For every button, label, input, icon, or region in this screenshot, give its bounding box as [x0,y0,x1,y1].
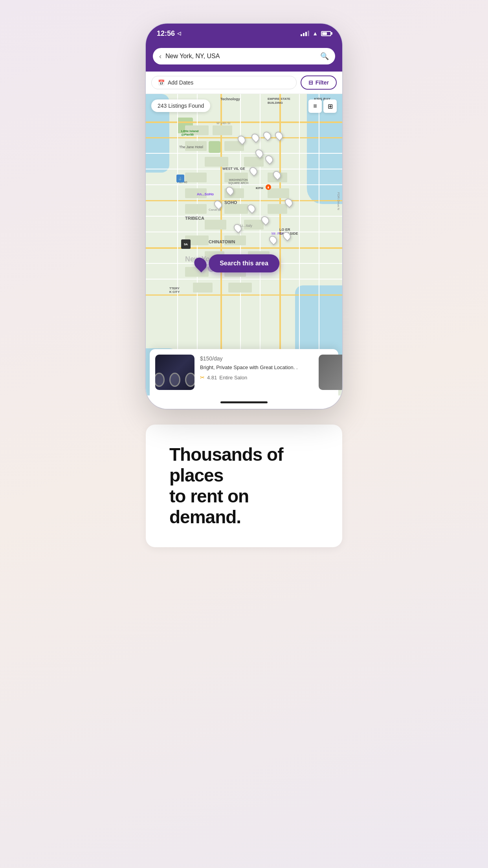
map-view-toggle: ≡ ⊞ [308,99,337,113]
listing-price-amount: $150 [200,355,212,362]
kith-label: KITH [256,186,263,190]
washington-square-label: WASHINGTONSQUARE ARCH [228,178,248,185]
listing-type: Entire Salon [219,375,247,381]
listing-name: Bright, Private Space with Great Locatio… [200,364,333,371]
map-pin-16[interactable] [285,198,292,207]
map-pin-13[interactable] [234,224,241,232]
map-pin-6[interactable] [266,155,273,164]
search-bar[interactable]: ‹ New York, NY, USA 🔍 [153,48,335,64]
map-pin-8[interactable] [273,171,281,179]
home-bar [220,401,268,403]
grid-view-button[interactable]: ⊞ [323,99,337,113]
listings-count: 243 Listings Found [158,103,204,109]
status-bar: 12:56 ◁ ▲ [146,24,342,43]
add-dates-button[interactable]: 📅 Add Dates [151,76,297,89]
tagline-line2: to rent on demand. [169,486,249,527]
map-pin-10[interactable] [215,200,222,209]
map-pin-2[interactable] [252,133,259,142]
route-9a-badge: 9A [181,239,191,249]
map-pin-1[interactable] [238,135,245,144]
filter-label: Filter [316,79,329,86]
back-arrow-icon[interactable]: ‹ [159,52,161,61]
map-label-jane-hotel: The Jane Hotel [179,145,203,149]
time-display: 12:56 [157,29,175,38]
person-icon: ✂ [200,374,205,381]
listing-meta: ✂ 4.81 Entire Salon [200,374,333,381]
map-label-ano-soho: An...SoHo [197,192,214,196]
status-time: 12:56 ◁ [157,29,181,38]
tagline-section: Thousands of places to rent on demand. [146,425,342,547]
map-container[interactable]: Technology EMPIRE STATEBUILDING KIPS BAY… [146,94,342,395]
listing-rating: 4.81 [207,375,217,381]
listing-image [155,355,194,390]
listing-card[interactable]: $150/day Bright, Private Space with Grea… [150,349,338,395]
map-pin-4[interactable] [275,131,283,140]
search-location-text: New York, NY, USA [165,53,316,60]
tagline-line1: Thousands of places [169,444,283,485]
status-icons: ▲ [301,30,331,37]
search-this-area-button[interactable]: Search this area [209,254,279,272]
map-pin-12[interactable] [262,216,269,224]
list-view-button[interactable]: ≡ [308,99,322,113]
wifi-icon: ▲ [312,30,318,37]
listings-found-badge: 243 Listings Found [151,99,210,112]
calendar-icon: 📅 [158,79,165,86]
map-pin-11[interactable] [248,204,255,213]
map-pin-15[interactable] [270,235,277,244]
map-label-little-island: Little Island@Pier55 [181,129,198,136]
list-view-icon: ≡ [313,103,317,110]
map-label-14th: W 14th St [216,121,230,125]
map-pin-active[interactable] [195,257,206,270]
battery-icon [321,31,331,36]
map-label-fdr: FDR Drive N [337,192,340,210]
phone-frame: 12:56 ◁ ▲ ‹ New York, NY, USA [146,24,342,409]
listing-card-peek [319,355,342,390]
map-label-empire: EMPIRE STATEBUILDING [268,97,290,105]
map-pin-7[interactable] [250,167,257,175]
map-label-chinatown: CHINATOWN [209,239,235,244]
filter-icon: ⊟ [308,79,313,86]
home-indicator [146,395,342,409]
pier40-icon: ⚓ [176,175,184,182]
map-label-soho: SOHO [224,200,237,205]
filter-button[interactable]: ⊟ Filter [301,75,337,90]
location-arrow-icon: ◁ [177,31,181,36]
map-pin-14[interactable] [283,232,290,240]
search-icon[interactable]: 🔍 [320,52,329,61]
kith-icon: 🌢 [266,184,271,190]
map-label-technology: Technology [220,97,240,101]
grid-view-icon: ⊞ [328,103,333,110]
listing-info: $150/day Bright, Private Space with Grea… [200,355,333,390]
map-label-battery: TTERYK CITY [169,287,180,294]
map-label-west-village: WEST VIL GE [222,167,245,171]
search-header: ‹ New York, NY, USA 🔍 [146,43,342,72]
map-pin-3[interactable] [264,131,271,140]
map-label-tribeca: TRIBECA [185,216,204,221]
add-dates-label: Add Dates [168,79,193,86]
map-label-little-italy: Li...Italy [240,224,252,228]
tagline-text: Thousands of places to rent on demand. [169,444,319,528]
listing-price-unit: /day [212,355,222,362]
map-pin-9[interactable] [226,186,233,195]
signal-bars-icon [301,31,309,36]
listing-price: $150/day [200,355,333,362]
map-pin-5[interactable] [256,149,263,158]
filter-row: 📅 Add Dates ⊟ Filter [146,72,342,94]
